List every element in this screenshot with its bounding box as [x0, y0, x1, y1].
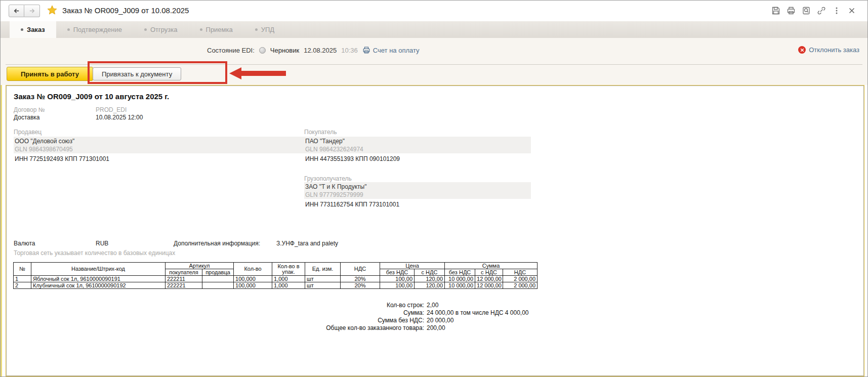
- total-label: Кол-во строк:: [13, 302, 424, 309]
- seller-label: Продавец: [14, 129, 42, 136]
- cell-unit: шт: [305, 276, 341, 282]
- tab-bullet-icon: [255, 28, 258, 31]
- tab-bar: Заказ Подтверждение Отгрузка Приемка УПД: [1, 21, 867, 38]
- total-value: 200,00: [427, 324, 445, 332]
- toolbar-divider: [6, 64, 862, 65]
- contract-label: Договор №: [14, 106, 45, 113]
- col-sum: Сумма: [445, 263, 538, 269]
- favorite-star-icon[interactable]: [47, 5, 57, 15]
- history-nav: [9, 5, 40, 17]
- consignee-inn: ИНН 7731162754 КПП 773101001: [305, 201, 399, 208]
- more-menu-icon[interactable]: [832, 6, 841, 15]
- accept-to-work-button[interactable]: Принять в работу: [7, 67, 93, 81]
- total-label: Общее кол-во заказанного товара:: [13, 324, 424, 332]
- cell-price-wo-vat: 100,00: [380, 282, 415, 289]
- tab-acceptance[interactable]: Приемка: [189, 21, 244, 38]
- tab-order[interactable]: Заказ: [10, 21, 56, 38]
- total-sum-wo-vat: Сумма без НДС: 20 000,00: [13, 317, 595, 324]
- edi-time: 10:36: [341, 47, 358, 54]
- tab-label: Подтверждение: [73, 26, 122, 33]
- reject-order-link[interactable]: Отклонить заказ: [798, 46, 859, 54]
- total-label: Сумма без НДС:: [13, 317, 424, 324]
- cell-article-seller: [202, 276, 234, 282]
- invoice-link-label: Счет на оплату: [373, 47, 420, 54]
- status-toolbar-panel: Состояние EDI: Черновик 12.08.2025 10:36…: [1, 38, 867, 85]
- save-icon[interactable]: [771, 6, 780, 15]
- cell-qty: 100,000: [234, 276, 272, 282]
- col-sum-w-vat: с НДС: [475, 269, 503, 276]
- additional-info-value: З.УНФ_tara and palety: [276, 240, 338, 247]
- col-article-buyer: покупателя: [166, 269, 202, 276]
- close-icon[interactable]: [847, 6, 856, 15]
- back-button[interactable]: [9, 5, 24, 17]
- col-num: №: [14, 263, 31, 276]
- document-frame: Заказ № OR009_J009 от 10 августа 2025 г.…: [6, 85, 864, 376]
- preview-icon[interactable]: [801, 6, 811, 15]
- cell-sum-w-vat: 12 000,00: [475, 276, 503, 282]
- cell-sum-vat: 2 000,00: [503, 282, 538, 289]
- table-row[interactable]: 1 Яблочный сок 1л, 9610000090191 222211 …: [14, 276, 538, 282]
- col-sum-vat: НДС: [503, 269, 538, 276]
- cell-num: 1: [14, 276, 31, 282]
- cell-sum-w-vat: 12 000,00: [475, 282, 503, 289]
- cell-sum-wo-vat: 10 000,00: [445, 282, 475, 289]
- currency-value: RUB: [96, 240, 108, 247]
- additional-info-label: Дополнительная информация:: [174, 240, 260, 247]
- table-header-row: № Название/Штрих-код Артикул Кол-во Кол-…: [14, 263, 538, 269]
- delivery-value: 10.08.2025 12:00: [96, 114, 143, 121]
- buyer-label: Покупатель: [304, 129, 337, 136]
- cell-price-wo-vat: 100,00: [380, 276, 415, 282]
- consignee-name: ЗАО "Т и К Продукты": [305, 183, 366, 190]
- reject-link-label: Отклонить заказ: [809, 46, 859, 54]
- printer-small-icon: [362, 46, 370, 54]
- invoice-link[interactable]: Счет на оплату: [362, 46, 420, 54]
- col-unit: Ед. изм.: [305, 263, 341, 276]
- col-price-wo-vat: без НДС: [380, 269, 415, 276]
- cell-article-buyer: 222211: [166, 276, 202, 282]
- print-icon[interactable]: [786, 6, 796, 15]
- window-title: Заказ № OR009_J009 от 10.08.2025: [62, 6, 189, 15]
- cell-vat: 20%: [341, 276, 380, 282]
- cell-article-seller: [202, 282, 234, 289]
- tab-upd[interactable]: УПД: [244, 21, 285, 38]
- tab-bullet-icon: [67, 28, 70, 31]
- forward-button[interactable]: [24, 5, 40, 17]
- tab-bullet-icon: [200, 28, 202, 31]
- cell-num: 2: [14, 282, 31, 289]
- currency-label: Валюта: [14, 240, 35, 247]
- cell-qty-pack: 1,000: [272, 282, 305, 289]
- tab-bullet-icon: [21, 28, 23, 31]
- bind-to-document-button[interactable]: Привязать к документу: [93, 67, 181, 80]
- buyer-gln: GLN 9864232624974: [305, 146, 363, 153]
- col-name: Название/Штрих-код: [31, 263, 166, 276]
- cell-qty-pack: 1,000: [272, 276, 305, 282]
- base-units-note: Торговая сеть указывает количество в баз…: [14, 249, 175, 257]
- cell-qty: 100,000: [234, 282, 272, 289]
- table-row[interactable]: 2 Клубничный сок 1л, 9610000090192 22222…: [14, 282, 538, 289]
- cell-name: Яблочный сок 1л, 9610000090191: [31, 276, 166, 282]
- total-lines-count: Кол-во строк: 2,00: [13, 302, 595, 309]
- link-icon[interactable]: [816, 6, 826, 15]
- header-icons: [771, 6, 856, 15]
- edi-state-text: Черновик: [270, 47, 299, 54]
- total-sum: Сумма: 24 000,00 в том числе НДС 4 000,0…: [13, 309, 595, 317]
- seller-inn: ИНН 7725192493 КПП 771301001: [15, 155, 109, 162]
- contract-value: PROD_EDI: [96, 106, 127, 113]
- document-title: Заказ № OR009_J009 от 10 августа 2025 г.: [14, 92, 169, 101]
- consignee-gln: GLN 9777992579999: [305, 191, 363, 198]
- cell-article-buyer: 222221: [166, 282, 202, 289]
- total-label: Сумма:: [13, 309, 424, 317]
- cell-vat: 20%: [341, 282, 380, 289]
- tab-label: Заказ: [27, 26, 45, 33]
- edi-date: 12.08.2025: [304, 47, 337, 54]
- tab-label: Приемка: [206, 26, 233, 33]
- edi-status-label: Состояние EDI:: [207, 47, 255, 54]
- cell-price-w-vat: 120,00: [415, 282, 445, 289]
- tab-shipment[interactable]: Отгрузка: [133, 21, 189, 38]
- total-value: 20 000,00: [427, 317, 453, 324]
- col-vat: НДС: [341, 263, 380, 276]
- tab-confirmation[interactable]: Подтверждение: [56, 21, 133, 38]
- delivery-label: Доставка: [14, 114, 40, 121]
- edi-state-circle-icon: [259, 47, 266, 54]
- col-price-w-vat: с НДС: [415, 269, 445, 276]
